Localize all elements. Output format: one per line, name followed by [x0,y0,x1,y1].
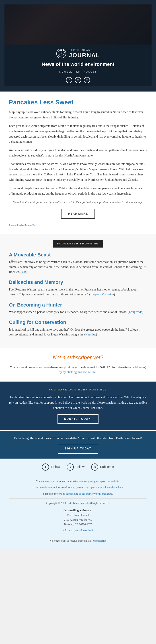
donation-body: Earth Island Journal is a nonprofit publ… [9,395,147,410]
illustration-credit: Illustration by Tomas Pao [9,223,147,228]
browse-text-1: Poet Rosanna Warren recalls a summer spe… [9,288,137,296]
signup-body: Did a thoughtful friend forward you our … [9,436,147,441]
subscribe-by: by [63,370,67,374]
header-tagline: News of the world environment [9,60,147,68]
footer-copyright: Copyright © 2023 Earth Island Journal. A… [9,501,147,505]
article-para-1: Maple syrup is a beloved culinary staple… [9,110,147,120]
instagram-subscribe-icon: ◎ [91,464,98,470]
browse-paren-close-2: ) [142,310,143,314]
header-social-icons: f 𝕥 ◎ [9,77,147,83]
subscribe-body: You can get 4 issues of our award-winnin… [9,365,147,375]
twitter-follow-icon: 𝕥 [67,464,74,470]
browse-body-0: Efforts are underway to bring wolverines… [9,260,147,274]
footer-line3: Support our work by subscribing to our q… [9,492,147,496]
twitter-follow-label[interactable]: Follow [76,464,84,469]
instagram-subscribe-item: ◎ Subscribe [91,464,114,470]
logo-area: EARTH ISLAND JOURNAL [9,48,147,58]
browse-paren-close-1: ) [114,293,115,296]
logo-small: EARTH ISLAND [69,48,100,52]
footer-line2: If this newsletter was forwarded to you,… [9,485,147,490]
donation-label: YOU MAKE OUR WORK POSSIBLE [9,388,147,392]
article-para-2: Each year in late winter, sugarers from … [9,123,147,144]
subscribe-suffix: . [96,370,97,374]
browse-link-0[interactable]: Vox [22,270,27,274]
footer-mailing: Our mailing address is: Earth Island Jou… [9,508,147,526]
browse-link-3[interactable]: Nautilus [85,333,96,336]
article-para-3: And now an entire industry is trying to … [9,148,147,158]
footer-unsubscribe-prefix: No longer want to receive these emails? [50,539,93,542]
article-para-4: That includes researchers like Adam Wild… [9,162,147,182]
signup-button[interactable]: SIGN UP TODAY [58,444,98,454]
instagram-subscribe-label[interactable]: Subscribe [100,464,114,469]
footer-line2-prefix: If this newsletter was forwarded to you,… [33,486,85,489]
browse-paren-close-3: ) [96,333,97,336]
footer-line3-prefix: Support our work by [43,492,66,495]
browse-title-2: On Becoming a Hunter [9,302,147,308]
facebook-follow-icon: f [42,464,49,470]
browse-body-3: Is it unethical to kill one animal to sa… [9,327,147,337]
donation-body-text: Earth Island Journal is a nonprofit publ… [9,396,147,410]
subscribe-section: Not a subscriber yet? You can get 4 issu… [0,348,156,380]
browse-body-2: What happens when a person seeks prey fo… [9,310,147,314]
browse-item-2: On Becoming a Hunter What happens when a… [9,302,147,315]
browse-item-1: Delicacies and Memory Poet Rosanna Warre… [9,279,147,297]
browse-item-0: A Moveable Beast Efforts are underway to… [9,252,147,275]
read-more-button[interactable]: READ MORE [61,209,95,219]
article-title: Pancakes Less Sweet [9,98,147,106]
browse-title-3: Culling for Conservation [9,320,147,325]
illustration-link[interactable]: Tomas Pao [25,224,36,227]
suggested-section: SUGGESTED BROWSING A Moveable Beast Effo… [0,234,156,348]
footer-line1: You are receiving this email newsletter … [9,479,147,484]
email-wrapper: EARTH ISLAND JOURNAL News of the world e… [0,0,156,549]
browse-link-2[interactable]: Longreads [129,310,142,314]
suggested-header: SUGGESTED BROWSING [9,240,147,248]
footer-line3-suffix: . [112,492,113,495]
read-more-wrap: READ MORE [9,209,147,219]
header-facebook-icon[interactable]: f [66,77,72,83]
facebook-follow-label[interactable]: Follow [51,464,60,469]
main-content: Pancakes Less Sweet Maple syrup is a bel… [0,92,156,234]
browse-text-2: What happens when a person seeks prey fo… [9,310,127,314]
social-follow-bar: f Follow 𝕥 Follow ◎ Subscribe [0,460,156,474]
footer-mailing-address: Earth Island Journal2150 Allston Way Ste… [64,514,92,526]
subscribe-title: Not a subscriber yet? [9,353,147,362]
browse-title-0: A Moveable Beast [9,252,147,258]
footer-address-book-link[interactable]: Add us to your address book [63,529,93,532]
article-caption: Rachel Kester, a Virginia-based journali… [9,200,147,204]
footer-newsletter-link[interactable]: sign up to the email newsletter here [85,486,123,489]
suggested-header-label: SUGGESTED BROWSING [53,240,103,248]
footer-unsubscribe: No longer want to receive these emails? … [9,538,147,543]
logo-text-area: EARTH ISLAND JOURNAL [69,48,100,58]
twitter-follow-item: 𝕥 Follow [67,464,84,470]
facebook-follow-item: f Follow [42,464,60,470]
header-newsletter: NEWSLETTER | AUGUST [9,70,147,74]
browse-text-3: Is it unethical to kill one animal to sa… [9,328,140,336]
footer-line2-suffix: . [123,486,123,489]
browse-item-3: Culling for Conservation Is it unethical… [9,320,147,337]
article-para-5: To be good, maple trees need to freeze. … [9,186,147,196]
footer-unsubscribe-link[interactable]: Unsubscribe [93,539,106,542]
footer-mailing-label: Our mailing address is: [64,509,92,512]
browse-text-0: Efforts are underway to bring wolverines… [9,260,146,274]
browse-link-1[interactable]: Harper's Magazine [90,293,114,296]
header-twitter-icon[interactable]: 𝕥 [75,77,81,83]
browse-paren-close-0: ) [27,270,28,274]
signup-section: Did a thoughtful friend forward you our … [0,431,156,458]
article-body: Maple syrup is a beloved culinary staple… [9,110,147,196]
logo-icon [56,48,66,58]
illustration-prefix: Illustration by [9,224,25,227]
footer-magazine-link[interactable]: subscribing to our quarterly print magaz… [66,492,112,495]
browse-title-1: Delicacies and Memory [9,279,147,285]
donation-section: YOU MAKE OUR WORK POSSIBLE Earth Island … [0,382,156,430]
header-instagram-icon[interactable]: ◎ [84,77,90,83]
footer-address-book: Add us to your address book [9,528,147,533]
logo-big: JOURNAL [69,52,100,58]
footer: You are receiving this email newsletter … [0,474,156,550]
header: EARTH ISLAND JOURNAL News of the world e… [0,0,156,91]
donate-button[interactable]: DONATE TODAY! [58,414,98,424]
footer-divider [9,498,147,499]
browse-body-1: Poet Rosanna Warren recalls a summer spe… [9,287,147,297]
subscribe-link[interactable]: clicking this secure link [67,370,96,374]
